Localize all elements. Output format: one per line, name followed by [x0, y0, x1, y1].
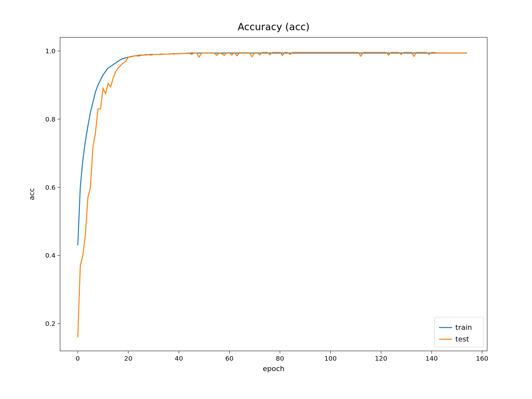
x-tick-label: 140	[425, 354, 438, 362]
line-series-test	[78, 52, 467, 337]
x-tick-label: 100	[324, 354, 336, 362]
plot-area	[60, 37, 487, 351]
x-axis-ticks: 020406080100120140160	[76, 351, 488, 362]
legend-label: train	[455, 323, 472, 331]
chart-title: Accuracy (acc)	[238, 21, 310, 32]
y-tick-label: 0.6	[45, 184, 56, 191]
x-axis-label: epoch	[263, 365, 285, 373]
x-tick-label: 120	[375, 354, 387, 362]
x-tick-label: 80	[276, 354, 284, 362]
x-tick-label: 40	[175, 354, 183, 362]
line-series-train	[78, 53, 467, 245]
x-tick-label: 60	[225, 354, 234, 362]
y-axis-label: acc	[28, 188, 36, 200]
y-tick-label: 1.0	[45, 47, 56, 55]
y-tick-label: 0.8	[45, 115, 56, 123]
accuracy-line-chart: 020406080100120140160 0.20.40.60.81.0 Ac…	[0, 0, 532, 399]
x-tick-label: 160	[476, 354, 488, 362]
legend-label: test	[455, 335, 469, 343]
y-axis-ticks: 0.20.40.60.81.0	[45, 47, 60, 328]
x-tick-label: 0	[76, 354, 80, 362]
y-tick-label: 0.4	[45, 251, 56, 259]
legend: traintest	[435, 317, 483, 347]
x-tick-label: 20	[124, 354, 132, 362]
y-tick-label: 0.2	[45, 320, 56, 328]
